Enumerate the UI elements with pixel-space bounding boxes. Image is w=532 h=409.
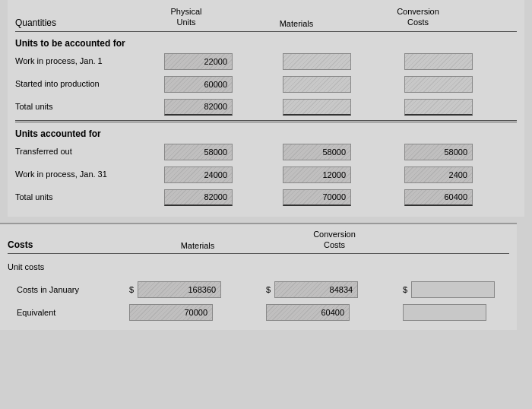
- row-label-transferred: Transferred out: [15, 146, 137, 157]
- dollar-sign-mat: $: [129, 285, 134, 294]
- mat-total1: [236, 99, 357, 116]
- val-phys-wip-jan31: 24000: [164, 166, 233, 183]
- mat-total2: 70000: [236, 189, 357, 206]
- table-row: Transferred out 58000 58000 58000: [15, 142, 517, 162]
- phys-total1: 82000: [137, 99, 236, 116]
- main-container: Quantities Physical Units Materials Conv…: [0, 0, 532, 409]
- val-mat-started: [283, 76, 351, 93]
- cost-val-mat-equivalent: 70000: [129, 304, 213, 321]
- conv-started: [357, 76, 479, 93]
- col-conversion-label: Conversion Costs: [357, 6, 479, 28]
- section-divider: [15, 120, 517, 122]
- cost-val-total-january: [411, 281, 495, 298]
- val-mat-wip-jan1: [283, 53, 351, 70]
- costs-label-equivalent: Equivalent: [8, 308, 129, 317]
- mat-wip-jan31: 12000: [236, 166, 357, 183]
- val-conv-wip-jan31: 2400: [404, 166, 473, 183]
- mat-transferred: 58000: [236, 144, 357, 160]
- costs-conv-january: $ 84834: [266, 281, 403, 298]
- val-mat-wip-jan31: 12000: [283, 166, 351, 183]
- header-row: Quantities Physical Units Materials Conv…: [15, 6, 517, 32]
- costs-col-label: Costs: [8, 239, 129, 250]
- dollar-sign-total: $: [403, 285, 407, 294]
- val-phys-started: 60000: [164, 76, 233, 93]
- cost-val-conv-january: 84834: [274, 281, 358, 298]
- costs-col-conv-label: Conversion Costs: [266, 229, 403, 251]
- section2-title: Units accounted for: [15, 128, 517, 139]
- costs-conv-equivalent: 60400: [266, 304, 403, 321]
- cost-val-mat-january: 168360: [138, 281, 221, 298]
- row-label-total2: Total units: [15, 192, 137, 202]
- costs-mat-equivalent: 70000: [129, 304, 266, 321]
- mat-started: [236, 76, 357, 93]
- conv-transferred: 58000: [357, 144, 479, 160]
- table-row: Work in process, Jan. 31 24000 12000 240…: [15, 165, 517, 185]
- costs-total-january: $: [403, 281, 502, 298]
- costs-col-mat-label: Materials: [129, 241, 266, 250]
- dollar-sign-conv: $: [266, 284, 271, 295]
- table-row: Work in process, Jan. 1 22000: [15, 52, 517, 71]
- val-phys-total2: 82000: [164, 189, 233, 206]
- val-mat-total1: [283, 99, 351, 116]
- phys-started: 60000: [137, 76, 236, 93]
- val-mat-total2: 70000: [283, 189, 351, 206]
- quantities-heading: Quantities: [15, 17, 56, 28]
- val-conv-total2: 60400: [404, 189, 473, 206]
- conv-total1: [357, 99, 479, 116]
- costs-section: Costs Materials Conversion Costs Unit co…: [0, 223, 517, 331]
- costs-header-row: Costs Materials Conversion Costs: [8, 229, 509, 255]
- col-materials-label: Materials: [236, 19, 357, 28]
- quantities-table: Quantities Physical Units Materials Conv…: [8, 0, 524, 217]
- val-phys-total1: 82000: [164, 99, 233, 116]
- section1-title: Units to be accounted for: [15, 38, 517, 49]
- unit-costs-label: Unit costs: [8, 262, 129, 271]
- val-conv-wip-jan1: [404, 53, 473, 70]
- phys-wip-jan31: 24000: [137, 166, 236, 183]
- costs-unit-costs-row: Unit costs: [8, 257, 509, 277]
- col-quantities-label: Quantities: [15, 17, 137, 28]
- val-conv-started: [404, 76, 473, 93]
- col-physical-units-label: Physical Units: [137, 6, 236, 28]
- phys-wip-jan1: 22000: [137, 53, 236, 70]
- table-row: Total units 82000 70000 60400: [15, 188, 517, 208]
- val-conv-total1: [404, 99, 473, 116]
- row-label-started: Started into production: [15, 78, 137, 89]
- val-phys-transferred: 58000: [164, 144, 233, 160]
- costs-label-january: Costs in January: [8, 285, 129, 294]
- phys-total2: 82000: [137, 189, 236, 206]
- row-label-wip-jan1: Work in process, Jan. 1: [15, 55, 137, 66]
- conv-total2: 60400: [357, 189, 479, 206]
- val-mat-transferred: 58000: [283, 144, 351, 160]
- costs-total-equivalent: [403, 304, 502, 321]
- val-conv-transferred: 58000: [404, 144, 473, 160]
- costs-row-january: Costs in January $ 168360 $ 84834 $: [8, 280, 509, 300]
- row-label-total1: Total units: [15, 101, 137, 112]
- conv-wip-jan1: [357, 53, 479, 70]
- mat-wip-jan1: [236, 53, 357, 70]
- cost-val-total-equivalent: [403, 304, 486, 321]
- conv-wip-jan31: 2400: [357, 166, 479, 183]
- row-label-wip-jan31: Work in process, Jan. 31: [15, 169, 137, 179]
- costs-row-equivalent: Equivalent 70000 60400: [8, 303, 509, 322]
- val-phys-wip-jan1: 22000: [164, 53, 233, 70]
- table-row: Started into production 60000: [15, 75, 517, 94]
- table-row: Total units 82000: [15, 97, 517, 117]
- costs-mat-january: $ 168360: [129, 281, 266, 298]
- cost-val-conv-equivalent: 60400: [266, 304, 350, 321]
- phys-transferred: 58000: [137, 144, 236, 160]
